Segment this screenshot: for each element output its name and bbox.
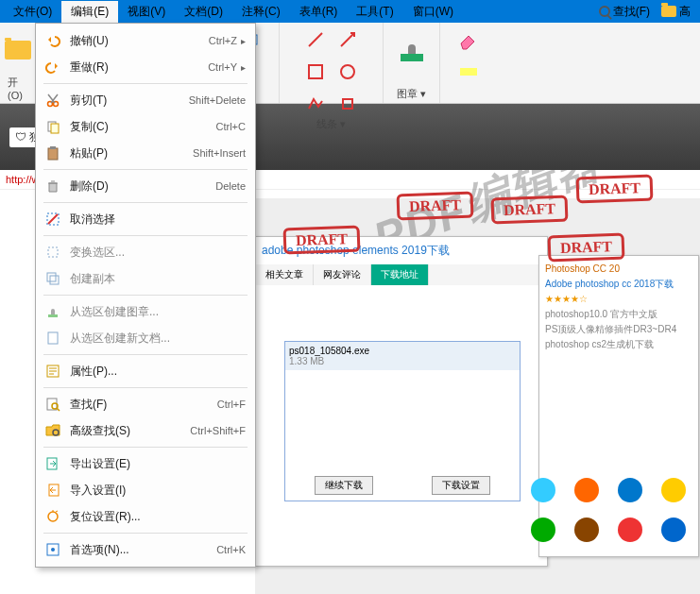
menu-item-import[interactable]: 导入设置(I) bbox=[36, 477, 255, 503]
menu-item-pref[interactable]: 首选项(N)...Ctrl+K bbox=[36, 536, 255, 563]
menu-item-redo[interactable]: 重做(R)Ctrl+Y▸ bbox=[36, 54, 255, 80]
menu-item-label: 变换选区... bbox=[70, 245, 246, 261]
page-tab-2[interactable]: 网友评论 bbox=[314, 264, 371, 285]
svg-rect-29 bbox=[48, 314, 58, 317]
find-icon bbox=[43, 395, 62, 414]
menu-item-undo[interactable]: 撤销(U)Ctrl+Z▸ bbox=[36, 27, 255, 54]
svg-rect-14 bbox=[309, 65, 322, 78]
stamp-button[interactable] bbox=[393, 26, 431, 74]
menu-item-label: 属性(P)... bbox=[70, 364, 246, 380]
menu-item-export[interactable]: 导出设置(E) bbox=[36, 450, 255, 477]
menu-item-label: 查找(F) bbox=[70, 397, 217, 413]
menu-shortcut: Shift+Insert bbox=[193, 147, 246, 159]
ribbon-line-label: 线条 ▾ bbox=[316, 117, 346, 131]
app-icon[interactable] bbox=[657, 473, 691, 507]
menu-item-label: 复制(C) bbox=[70, 119, 216, 135]
findadv-icon bbox=[43, 421, 62, 440]
menubar-find[interactable]: 查找(F) bbox=[593, 4, 656, 20]
menu-item-findadv[interactable]: 高级查找(S)Ctrl+Shift+F bbox=[36, 417, 255, 444]
menu-item-trans[interactable]: 变换选区... bbox=[36, 239, 255, 265]
menu-item-copy[interactable]: 复制(C)Ctrl+C bbox=[36, 113, 255, 140]
menu-document[interactable]: 文档(D) bbox=[175, 1, 232, 23]
app-icon[interactable] bbox=[570, 473, 604, 507]
svg-rect-27 bbox=[47, 273, 56, 281]
folder-icon bbox=[661, 6, 676, 17]
menu-shortcut: Ctrl+K bbox=[216, 544, 246, 555]
line-tool-2[interactable] bbox=[334, 26, 361, 53]
dialog-header: ps018_105804.exe1.33 MB bbox=[285, 342, 520, 370]
svg-rect-26 bbox=[48, 247, 58, 257]
line-tool-4[interactable] bbox=[334, 59, 361, 85]
svg-line-25 bbox=[48, 214, 58, 224]
svg-rect-30 bbox=[48, 332, 58, 344]
edit-menu-dropdown: 撤销(U)Ctrl+Z▸重做(R)Ctrl+Y▸剪切(T)Shift+Delet… bbox=[35, 23, 256, 568]
menu-item-prop[interactable]: 属性(P)... bbox=[36, 358, 255, 384]
open-button[interactable] bbox=[0, 26, 37, 74]
download-dialog: ps018_105804.exe1.33 MB 继续下载 下载设置 bbox=[284, 341, 521, 501]
menu-edit[interactable]: 编辑(E) bbox=[61, 1, 118, 23]
line-tool-5[interactable] bbox=[302, 91, 329, 117]
menu-item-label: 剪切(T) bbox=[70, 93, 189, 109]
menu-item-stamp[interactable]: 从选区创建图章... bbox=[36, 298, 255, 325]
app-icon[interactable] bbox=[526, 513, 560, 547]
svg-line-13 bbox=[341, 33, 354, 46]
highlight-tool[interactable] bbox=[455, 59, 482, 85]
menu-item-delete[interactable]: 删除(D)Delete bbox=[36, 173, 255, 199]
eraser-tool[interactable] bbox=[455, 26, 482, 53]
menu-item-label: 创建副本 bbox=[70, 271, 246, 287]
menubar-high-label: 高 bbox=[679, 4, 691, 20]
menu-item-cut[interactable]: 剪切(T)Shift+Delete bbox=[36, 87, 255, 113]
document-viewport: Trial Version PDF编辑器 adobe photoshop ele… bbox=[255, 198, 700, 594]
menu-item-label: 粘贴(P) bbox=[70, 145, 193, 161]
menu-item-desel[interactable]: 取消选择 bbox=[36, 206, 255, 232]
menu-file[interactable]: 文件(O) bbox=[4, 1, 61, 23]
menu-item-label: 重做(R) bbox=[70, 59, 208, 76]
menu-tools[interactable]: 工具(T) bbox=[347, 1, 402, 23]
menu-view[interactable]: 视图(V) bbox=[118, 1, 175, 23]
app-icon[interactable] bbox=[570, 513, 604, 547]
menu-item-reset[interactable]: 复位设置(R)... bbox=[36, 503, 255, 530]
menu-shortcut: Ctrl+Z bbox=[209, 35, 237, 46]
page-tab-1[interactable]: 相关文章 bbox=[256, 264, 314, 285]
stamp-icon bbox=[43, 302, 62, 321]
dialog-continue-button[interactable]: 继续下载 bbox=[315, 476, 373, 495]
menu-item-doc[interactable]: 从选区创建新文档... bbox=[36, 325, 255, 351]
stamp-icon bbox=[395, 33, 429, 67]
line-tool-3[interactable] bbox=[302, 59, 329, 85]
ribbon-stamp-label: 图章 ▾ bbox=[397, 87, 426, 101]
menu-item-label: 取消选择 bbox=[70, 212, 246, 228]
page-tabs: 相关文章 网友评论 下载地址 bbox=[256, 264, 547, 285]
list-row: Adobe photoshop cc 2018下载 bbox=[545, 277, 692, 292]
page-tab-3[interactable]: 下载地址 bbox=[371, 264, 429, 285]
ribbon-open-label: 开(O) bbox=[8, 76, 27, 101]
menu-shortcut: Shift+Delete bbox=[189, 94, 246, 106]
folder-open-icon bbox=[5, 41, 31, 59]
line-tool-1[interactable] bbox=[302, 26, 329, 53]
menu-shortcut: Ctrl+F bbox=[217, 399, 246, 410]
doc-icon bbox=[43, 329, 62, 348]
menu-form[interactable]: 表单(R) bbox=[290, 1, 348, 23]
app-icon[interactable] bbox=[613, 473, 647, 507]
reset-icon bbox=[43, 507, 62, 526]
menu-item-find[interactable]: 查找(F)Ctrl+F bbox=[36, 391, 255, 417]
menubar: 文件(O) 编辑(E) 视图(V) 文档(D) 注释(C) 表单(R) 工具(T… bbox=[0, 0, 700, 23]
menubar-high[interactable]: 高 bbox=[656, 4, 696, 20]
menu-item-paste[interactable]: 粘贴(P)Shift+Insert bbox=[36, 140, 255, 166]
trans-icon bbox=[43, 243, 62, 262]
app-icon[interactable] bbox=[613, 513, 647, 547]
line-tool-6[interactable] bbox=[334, 91, 361, 117]
dialog-settings-button[interactable]: 下载设置 bbox=[432, 476, 490, 495]
app-icon[interactable] bbox=[657, 513, 691, 547]
menu-window[interactable]: 窗口(W) bbox=[403, 1, 463, 23]
menu-comment[interactable]: 注释(C) bbox=[232, 1, 290, 23]
app-icon[interactable] bbox=[526, 473, 560, 507]
draft-stamp: DRAFT bbox=[491, 195, 569, 225]
list-row: Photoshop CC 20 bbox=[545, 262, 692, 277]
chevron-right-icon: ▸ bbox=[241, 36, 246, 46]
export-icon bbox=[43, 454, 62, 473]
delete-icon bbox=[43, 177, 62, 195]
svg-rect-28 bbox=[50, 276, 59, 284]
side-list: Photoshop CC 20 Adobe photoshop cc 2018下… bbox=[538, 255, 699, 557]
menu-item-label: 高级查找(S) bbox=[70, 423, 190, 439]
menu-item-dup[interactable]: 创建副本 bbox=[36, 265, 255, 292]
